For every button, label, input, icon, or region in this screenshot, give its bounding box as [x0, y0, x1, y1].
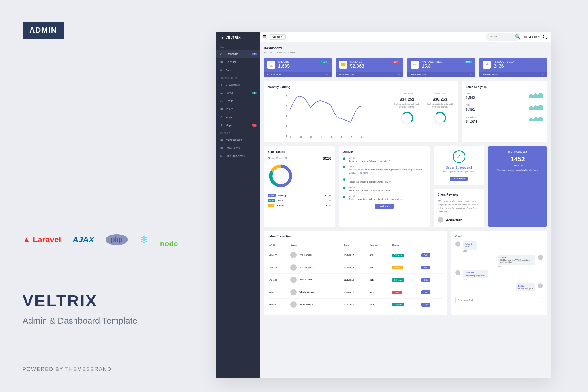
stat-card-orders[interactable]: 📋ORDERS1,685+ 12%Since last month→ — [264, 58, 332, 77]
sidebar-item-authentication[interactable]: ▣Authentication› — [216, 136, 260, 144]
sidebar-label: Email Templates — [226, 155, 245, 157]
sidebar-badge: 2 — [252, 124, 257, 127]
avatar — [290, 264, 297, 271]
donut-icon — [434, 112, 446, 124]
status-badge: Delivered — [392, 303, 404, 306]
react-logo: ⚛ — [139, 234, 149, 246]
stat-value: 15.8 — [422, 64, 462, 69]
status-badge: Cancel — [392, 291, 402, 294]
sidebar-item-calendar[interactable]: ▦Calendar — [216, 58, 260, 66]
table-row: #14256Philip Smead15/1/2018$94DeliveredE… — [268, 249, 443, 261]
stat-label: ORDERS — [278, 61, 317, 63]
transactions-table: (#) IdNameDateAmountStatus #14256Philip … — [268, 241, 443, 311]
arrow-right-icon[interactable]: → — [470, 74, 472, 76]
search-icon[interactable]: 🔍 — [515, 34, 520, 40]
sidebar-item-dashboard[interactable]: ⌂Dashboard2 — [216, 50, 260, 58]
sidebar-item-icons[interactable]: ◇Icons› — [216, 113, 260, 121]
svg-text:8: 8 — [361, 136, 362, 138]
load-more-button[interactable]: Load More — [375, 204, 394, 209]
edit-button[interactable]: Edit — [421, 278, 430, 282]
sidebar-item-ui-elements[interactable]: ◈UI Elements› — [216, 81, 260, 89]
dot-icon — [343, 166, 345, 168]
stat-icon: 🛍 — [483, 61, 491, 69]
sidebar-item-tables[interactable]: ▦Tables› — [216, 105, 260, 113]
page-title: Dashboard — [264, 46, 547, 50]
dot-icon — [343, 196, 345, 198]
edit-button[interactable]: Edit — [421, 266, 430, 269]
card-title: Chat — [455, 235, 543, 238]
stat-card-product-sold[interactable]: 🛍PRODUCT SOLD2436Since last month→ — [479, 58, 547, 77]
arrow-right-icon[interactable]: → — [326, 74, 328, 76]
sidebar-section: COMPONENTS — [216, 74, 260, 81]
stat-cards: 📋ORDERS1,685+ 12%Since last month→💳REVEN… — [264, 58, 547, 77]
sidebar-icon: ▦ — [220, 108, 223, 110]
fullscreen-icon[interactable]: ⛶ — [543, 34, 548, 40]
sidebar-badge: 9 — [252, 92, 257, 94]
svg-text:3: 3 — [310, 136, 312, 138]
sidebar-badge: 2 — [252, 53, 257, 55]
avatar — [290, 289, 297, 295]
stat-card-revenue[interactable]: 💳REVENUE52,368- 28%Since last month→ — [336, 58, 403, 77]
avatar — [538, 255, 543, 260]
sidebar-item-email-templates[interactable]: ✉Email Templates› — [216, 152, 260, 160]
search-box[interactable]: 🔍 — [486, 33, 520, 41]
svg-text:1: 1 — [290, 136, 291, 138]
top-product-value: 1452 — [492, 155, 543, 163]
sidebar-logo[interactable]: ▼ VELTRIX — [216, 32, 260, 43]
read-more-link[interactable]: Read more — [357, 172, 368, 174]
sparkline-chart — [529, 104, 543, 110]
edit-button[interactable]: Edit — [421, 253, 430, 257]
card-title: Sales Report — [268, 150, 331, 153]
create-button[interactable]: Create ▾ — [269, 34, 286, 40]
search-input[interactable] — [489, 35, 512, 38]
chat-input[interactable] — [455, 297, 543, 303]
chat-message: SmithWow that's great — [455, 283, 543, 292]
tech-logos: ▲ Laravel AJAX php ⚛ node — [23, 231, 196, 248]
svg-text:5: 5 — [331, 136, 332, 138]
arrow-right-icon[interactable]: → — [542, 74, 544, 76]
sidebar-label: Icons — [226, 116, 232, 119]
sidebar-item-forms[interactable]: ☰Forms9 — [216, 89, 260, 97]
svg-text:2: 2 — [300, 136, 302, 138]
check-icon: ✓ — [453, 150, 465, 163]
donut-icon — [401, 112, 413, 124]
edit-button[interactable]: Edit — [421, 290, 430, 294]
stat-label: PRODUCT SOLD — [494, 61, 544, 63]
analytics-row: Online1,542 — [466, 92, 543, 100]
status-badge: Delivered — [392, 278, 404, 282]
avatar — [455, 241, 460, 247]
check-status-button[interactable]: Check Status — [450, 177, 468, 181]
stat-card-average-price[interactable]: ✏AVERAGE PRICE15.800%Since last month→ — [407, 58, 475, 77]
stat-icon: ✏ — [411, 61, 419, 69]
sidebar-item-email[interactable]: ✉Email› — [216, 66, 260, 74]
sidebar-section: MAIN — [216, 43, 260, 50]
table-header: Amount — [368, 241, 390, 249]
language-selector[interactable]: 🇺🇸 English ▾ — [524, 35, 540, 38]
legend-item: MobMobile28.0% — [268, 199, 331, 202]
chevron-right-icon: › — [256, 155, 257, 157]
legend-item: TabTablets17.5% — [268, 204, 331, 207]
chat-message: SmithHi, How are you? What about our nex… — [455, 255, 543, 267]
sidebar-label: Extra Pages — [226, 147, 240, 149]
sidebar-icon: ⌂ — [220, 52, 223, 55]
menu-icon[interactable]: ☰ — [263, 35, 266, 39]
arrow-right-icon[interactable]: → — [398, 74, 400, 76]
avatar — [290, 301, 297, 308]
chevron-right-icon: › — [256, 147, 257, 149]
avatar — [455, 270, 460, 275]
activity-item: JAN 16Sed ut perspiciatis unde omnis ist… — [343, 195, 425, 201]
earning-col: Last month$36,253It will be as simple as… — [426, 92, 454, 138]
reviewer-name: James Athey — [446, 218, 462, 221]
svg-text:8: 8 — [286, 95, 287, 97]
card-title: Activity — [343, 150, 425, 153]
edit-button[interactable]: Edit — [421, 303, 430, 307]
order-successful-card: ✓ Order Successful Thanks you so much fo… — [434, 146, 484, 185]
sparkline-chart — [529, 92, 543, 98]
sidebar-item-extra-pages[interactable]: ▤Extra Pages› — [216, 144, 260, 152]
view-more-link[interactable]: View more — [529, 169, 538, 171]
sidebar-item-charts[interactable]: ◔Charts› — [216, 97, 260, 105]
powered-by: POWERED BY THEMESBRAND — [23, 366, 111, 372]
sidebar-icon: ☰ — [220, 91, 223, 94]
card-title: Client Reviews — [438, 193, 480, 196]
sidebar-item-maps[interactable]: ⊕Maps2 — [216, 121, 260, 129]
